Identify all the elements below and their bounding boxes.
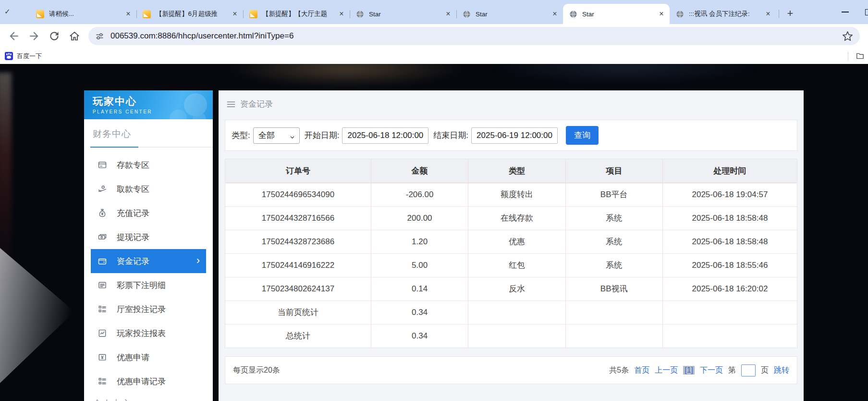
site-info-icon[interactable] [95,32,104,41]
mail-icon [143,10,151,18]
type-select[interactable]: 全部 [253,127,300,144]
divider [848,52,848,60]
withdraw-hand-icon [98,184,107,194]
tab-bar: ✓ 请稍候...×【新提醒】6月超级推×【新提醒】【大厅主题×Star×Star… [0,0,868,24]
tab-title: :::视讯 会员下注纪录: [689,10,761,18]
sidebar-item-label: 资金记录 [117,256,149,267]
next-page-link[interactable]: 下一页 [700,365,723,376]
tab-title: 【新提醒】6月超级推 [156,10,228,18]
close-icon[interactable]: × [124,10,133,18]
browser-tab[interactable]: 【新提醒】6月超级推× [136,4,243,24]
check-icon[interactable]: ✓ [4,7,11,16]
first-page-link[interactable]: 首页 [634,365,649,376]
table-cell: 2025-06-18 16:20:02 [662,277,797,301]
maximize-icon[interactable] [865,9,868,15]
url-bar[interactable]: 006539.com:8886/hhcp/usercenter.html?ini… [88,27,860,45]
table-cell [468,324,565,348]
table-cell [662,324,797,348]
table-cell [565,324,662,348]
background-glow [226,64,466,87]
forward-icon[interactable] [28,30,40,42]
minimize-icon[interactable] [842,12,849,13]
table-row: 17502441469162225.00红包系统2025-06-18 18:55… [225,253,797,277]
globe-icon [676,10,684,18]
prev-page-link[interactable]: 上一页 [655,365,678,376]
sidebar-item-label: 提现记录 [117,232,149,243]
bookmark-baidu[interactable]: 百度一下 [5,52,42,61]
column-header: 订单号 [225,159,371,183]
browser-tab[interactable]: :::视讯 会员下注纪录:× [670,4,776,24]
current-page-badge: [1] [683,366,695,375]
table-cell: 1750244328723686 [225,230,371,253]
menu-icon [226,100,236,109]
tab-title: Star [369,11,441,18]
search-button[interactable]: 查询 [566,126,599,145]
sidebar-item-9[interactable]: 优惠申请 [84,345,213,369]
home-icon[interactable] [68,30,81,42]
bookmark-star-icon[interactable] [842,31,853,42]
table-body: 1750244696534090-206.00额度转出BB平台2025-06-1… [225,183,797,348]
browser-toolbar: 006539.com:8886/hhcp/usercenter.html?ini… [0,24,868,48]
end-date-input[interactable]: 2025-06-19 12:00:00 [471,127,558,144]
globe-icon [463,10,471,18]
table-cell: 1.20 [371,230,468,253]
start-date-input[interactable]: 2025-06-18 12:00:00 [342,127,428,144]
reload-icon[interactable] [48,30,61,42]
sidebar-item-5[interactable]: 资金记录› [91,249,206,273]
close-icon[interactable]: × [337,10,346,18]
sidebar-item-4[interactable]: 提现记录 [84,225,213,249]
sidebar-item-10[interactable]: 优惠申请记录 [84,369,213,393]
table-header-row: 订单号金额类型项目处理时间 [225,159,797,183]
type-select-value: 全部 [258,130,275,141]
browser-window: ✓ 请稍候...×【新提醒】6月超级推×【新提醒】【大厅主题×Star×Star… [0,0,868,401]
table-row: 1750244328716566200.00在线存款系统2025-06-18 1… [225,206,797,230]
grid-list-icon [98,376,107,386]
table-cell: 红包 [468,253,565,277]
browser-tab[interactable]: Star× [456,4,563,24]
close-icon[interactable]: × [764,10,772,18]
browser-tab[interactable]: Star× [563,4,670,24]
tab-title: 请稍候... [49,10,121,18]
close-icon[interactable]: × [657,10,666,18]
sidebar-item-label: 彩票下注明细 [117,280,166,291]
browser-tab[interactable]: 请稍候...× [30,4,136,24]
close-icon[interactable]: × [231,10,239,18]
bookmark-label: 百度一下 [17,52,42,61]
cash-icon [98,232,107,242]
folder-icon[interactable] [856,51,865,61]
back-icon[interactable] [8,30,20,42]
moneybag-icon [98,208,107,218]
sidebar-item-label: 厅室投注记录 [117,304,166,315]
browser-tab[interactable]: Star× [350,4,456,24]
url-text[interactable]: 006539.com:8886/hhcp/usercenter.html?ini… [110,31,842,41]
end-date-label: 结束日期: [433,130,468,141]
page-title: 资金记录 [240,99,273,110]
sidebar-next-section-title: 个人中心 [93,398,213,401]
browser-tab[interactable]: 【新提醒】【大厅主题× [243,4,350,24]
table-cell: 系统 [565,206,662,230]
sidebar-item-1[interactable]: 存款专区 [84,153,213,177]
page-number-input[interactable] [741,364,756,376]
table-cell: 1750244328716566 [225,206,371,230]
mail-icon [36,10,44,18]
table-cell [662,301,797,324]
close-icon[interactable]: × [444,10,452,18]
jump-link[interactable]: 跳转 [774,365,789,376]
players-center-sidebar: 玩家中心 PLAYERS CENTER 财务中心 存款专区取款专区充值记录提现记… [84,90,213,401]
new-tab-button[interactable]: + [783,6,797,21]
mail-icon [249,10,257,18]
start-date-label: 开始日期: [305,130,340,141]
sidebar-title: 玩家中心 [93,95,213,108]
sidebar-item-7[interactable]: 厅室投注记录 [84,297,213,321]
close-icon[interactable]: × [550,10,559,18]
sidebar-item-2[interactable]: 取款专区 [84,177,213,201]
tab-title: Star [582,11,654,18]
sidebar-item-6[interactable]: 彩票下注明细 [84,273,213,297]
page-title-row: 资金记录 [219,90,804,110]
sidebar-item-3[interactable]: 充值记录 [84,201,213,225]
tab-title: Star [476,11,548,18]
table-row: 1750244696534090-206.00额度转出BB平台2025-06-1… [225,183,797,206]
baidu-icon [5,52,13,60]
sidebar-item-8[interactable]: 玩家投注报表 [84,321,213,345]
table-cell: 反水 [468,277,565,301]
